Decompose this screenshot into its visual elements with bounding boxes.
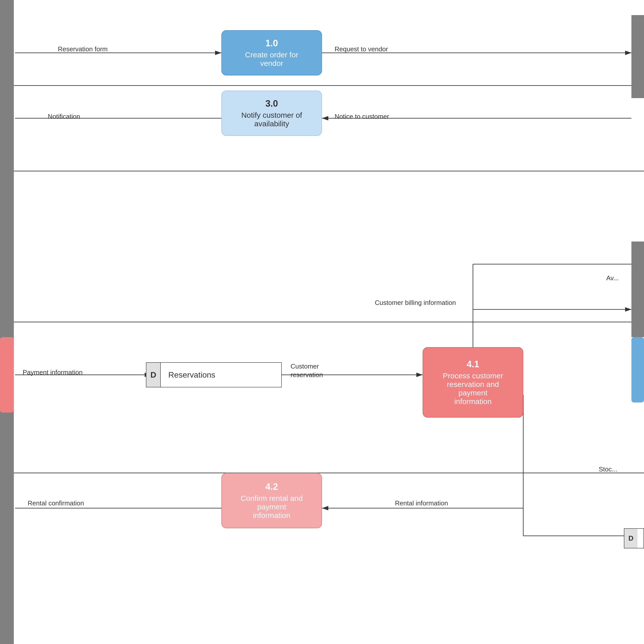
- data-store-right[interactable]: D: [624, 528, 644, 548]
- process-label-1: Create order forvendor: [245, 51, 298, 68]
- process-number-1: 1.0: [265, 38, 278, 49]
- process-label-3: Notify customer ofavailability: [241, 111, 302, 128]
- data-store-d-label-2: D: [624, 529, 637, 548]
- flow-label-reservation-form: Reservation form: [58, 45, 108, 53]
- data-store-d-label: D: [146, 363, 161, 387]
- right-edge-bottom-blue: [631, 337, 644, 403]
- process-box-3[interactable]: 3.0 Notify customer ofavailability: [221, 91, 322, 136]
- flow-label-payment-info: Payment information: [23, 369, 83, 376]
- process-box-1[interactable]: 1.0 Create order forvendor: [221, 30, 322, 75]
- right-edge-top: [631, 15, 644, 98]
- right-edge-middle: [631, 241, 644, 337]
- process-number-3: 3.0: [265, 98, 278, 109]
- process-box-42[interactable]: 4.2 Confirm rental andpaymentinformation: [221, 473, 322, 528]
- flow-label-av: Av...: [606, 274, 619, 282]
- left-edge-red: [0, 337, 14, 413]
- flow-label-rental-info: Rental information: [395, 499, 448, 507]
- process-number-42: 4.2: [265, 481, 278, 492]
- flow-label-customer-reservation: Customerreservation: [291, 362, 323, 379]
- swimlane-label-middle: [0, 171, 14, 322]
- flow-label-notice-customer: Notice to customer: [335, 113, 389, 120]
- arrows-svg: [0, 0, 644, 644]
- data-store-name: Reservations: [161, 363, 223, 387]
- swimlane-label-top: [0, 0, 14, 171]
- process-label-41: Process customerreservation andpaymentin…: [443, 372, 503, 406]
- flow-label-notification: Notification: [48, 113, 80, 120]
- flow-label-rental-confirm: Rental confirmation: [28, 499, 84, 507]
- diagram-container: 1.0 Create order forvendor 3.0 Notify cu…: [0, 0, 644, 644]
- process-number-41: 4.1: [467, 359, 479, 370]
- flow-label-stoc: Stoc...: [599, 465, 617, 473]
- flow-label-request-vendor: Request to vendor: [335, 45, 388, 53]
- flow-label-billing-info: Customer billing information: [375, 299, 456, 307]
- process-box-41[interactable]: 4.1 Process customerreservation andpayme…: [423, 347, 523, 418]
- process-label-42: Confirm rental andpaymentinformation: [241, 494, 303, 520]
- data-store-reservations[interactable]: D Reservations: [146, 362, 282, 387]
